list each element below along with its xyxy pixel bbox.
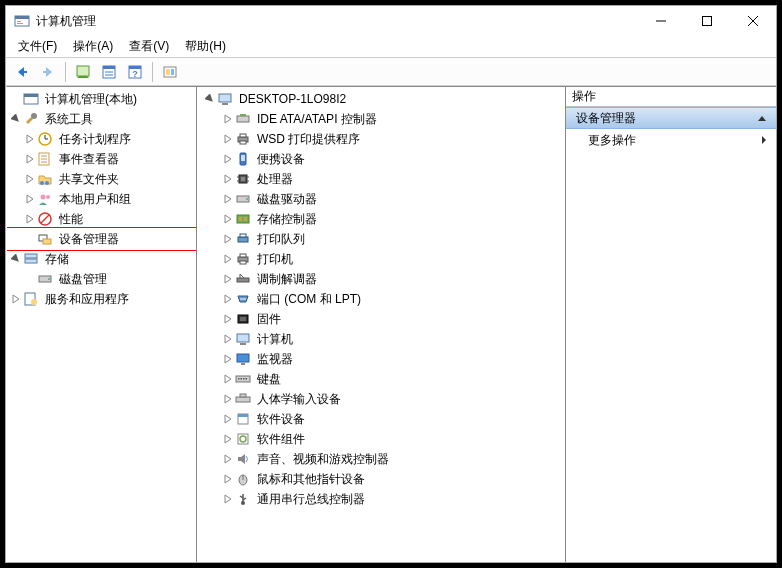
tree-node-shared-folders[interactable]: 共享文件夹 — [7, 169, 196, 189]
expand-toggle[interactable] — [23, 214, 37, 224]
svg-rect-66 — [240, 254, 246, 257]
expand-toggle[interactable] — [23, 134, 37, 144]
expand-toggle[interactable] — [221, 254, 235, 264]
device-category-wsd[interactable]: WSD 打印提供程序 — [197, 129, 565, 149]
tree-node-performance[interactable]: 性能 — [7, 209, 196, 229]
svg-point-29 — [40, 181, 44, 185]
disk-drive-icon — [235, 191, 251, 207]
expand-toggle[interactable] — [23, 174, 37, 184]
svg-point-21 — [31, 113, 37, 119]
expand-toggle[interactable] — [221, 134, 235, 144]
app-window: 计算机管理 文件(F) 操作(A) 查看(V) 帮助(H) ? — [5, 5, 777, 563]
tree-node-disk-management[interactable]: 磁盘管理 — [7, 269, 196, 289]
tree-node-event-viewer[interactable]: 事件查看器 — [7, 149, 196, 169]
expand-toggle[interactable] — [221, 314, 235, 324]
tree-node-system-tools[interactable]: 系统工具 — [7, 109, 196, 129]
tree-node-services[interactable]: 服务和应用程序 — [7, 289, 196, 309]
refresh-button[interactable] — [158, 60, 182, 84]
expand-toggle[interactable] — [221, 234, 235, 244]
expand-toggle[interactable] — [23, 154, 37, 164]
expand-toggle[interactable] — [221, 194, 235, 204]
expand-toggle[interactable] — [221, 274, 235, 284]
device-category-sound[interactable]: 声音、视频和游戏控制器 — [197, 449, 565, 469]
device-category-ide[interactable]: IDE ATA/ATAPI 控制器 — [197, 109, 565, 129]
device-category-print-queues[interactable]: 打印队列 — [197, 229, 565, 249]
back-button[interactable] — [10, 60, 34, 84]
tree-node-root[interactable]: 计算机管理(本地) — [7, 89, 196, 109]
expand-toggle[interactable] — [221, 434, 235, 444]
device-category-firmware[interactable]: 固件 — [197, 309, 565, 329]
firmware-icon — [235, 311, 251, 327]
device-category-cpu[interactable]: 处理器 — [197, 169, 565, 189]
computer-icon — [235, 331, 251, 347]
device-category-monitors[interactable]: 监视器 — [197, 349, 565, 369]
expand-toggle[interactable] — [221, 294, 235, 304]
services-icon — [23, 291, 39, 307]
maximize-button[interactable] — [684, 6, 730, 36]
expand-toggle[interactable] — [221, 354, 235, 364]
expand-toggle[interactable] — [221, 374, 235, 384]
device-category-disk-drives[interactable]: 磁盘驱动器 — [197, 189, 565, 209]
expand-toggle[interactable] — [203, 94, 217, 104]
device-category-portable[interactable]: 便携设备 — [197, 149, 565, 169]
tree-node-storage[interactable]: 存储 — [7, 249, 196, 269]
minimize-button[interactable] — [638, 6, 684, 36]
action-more[interactable]: 更多操作 — [566, 129, 776, 151]
expand-toggle[interactable] — [221, 474, 235, 484]
expand-toggle[interactable] — [221, 174, 235, 184]
result-pane[interactable]: DESKTOP-1LO98I2 IDE ATA/ATAPI 控制器 WSD 打印… — [197, 87, 566, 562]
svg-rect-82 — [246, 378, 248, 380]
tree-label: 固件 — [254, 310, 284, 329]
svg-rect-76 — [237, 354, 249, 362]
device-root[interactable]: DESKTOP-1LO98I2 — [197, 89, 565, 109]
tree-node-task-scheduler[interactable]: 任务计划程序 — [7, 129, 196, 149]
menu-help[interactable]: 帮助(H) — [177, 36, 234, 57]
expand-toggle[interactable] — [221, 154, 235, 164]
hid-icon — [235, 391, 251, 407]
svg-rect-8 — [77, 66, 89, 76]
menu-action[interactable]: 操作(A) — [65, 36, 121, 57]
ide-controller-icon — [235, 111, 251, 127]
close-button[interactable] — [730, 6, 776, 36]
tree-node-local-users[interactable]: 本地用户和组 — [7, 189, 196, 209]
expand-toggle[interactable] — [221, 454, 235, 464]
tree-label: 处理器 — [254, 170, 296, 189]
expand-toggle[interactable] — [9, 294, 23, 304]
expand-toggle[interactable] — [221, 414, 235, 424]
menu-file[interactable]: 文件(F) — [10, 36, 65, 57]
expand-toggle[interactable] — [221, 214, 235, 224]
scope-pane[interactable]: 计算机管理(本地) 系统工具 任务计划程序 — [7, 87, 197, 562]
expand-toggle[interactable] — [221, 114, 235, 124]
expand-toggle[interactable] — [221, 334, 235, 344]
expand-toggle[interactable] — [23, 194, 37, 204]
computer-icon — [217, 91, 233, 107]
device-category-storage-controllers[interactable]: 存储控制器 — [197, 209, 565, 229]
device-category-software-devices[interactable]: 软件设备 — [197, 409, 565, 429]
expand-toggle[interactable] — [221, 394, 235, 404]
expand-toggle[interactable] — [9, 114, 23, 124]
svg-rect-86 — [238, 414, 248, 417]
help-button[interactable]: ? — [123, 60, 147, 84]
device-category-software-components[interactable]: 软件组件 — [197, 429, 565, 449]
expand-toggle[interactable] — [9, 254, 23, 264]
device-category-printers[interactable]: 打印机 — [197, 249, 565, 269]
device-category-hid[interactable]: 人体学输入设备 — [197, 389, 565, 409]
expand-toggle[interactable] — [221, 494, 235, 504]
device-category-usb[interactable]: 通用串行总线控制器 — [197, 489, 565, 509]
tree-node-device-manager[interactable]: 设备管理器 — [7, 229, 196, 249]
device-category-ports[interactable]: 端口 (COM 和 LPT) — [197, 289, 565, 309]
svg-rect-62 — [244, 217, 247, 221]
forward-button[interactable] — [36, 60, 60, 84]
actions-context[interactable]: 设备管理器 — [566, 107, 776, 129]
device-category-keyboards[interactable]: 键盘 — [197, 369, 565, 389]
svg-rect-53 — [241, 177, 245, 181]
menu-view[interactable]: 查看(V) — [121, 36, 177, 57]
device-category-mouse[interactable]: 鼠标和其他指针设备 — [197, 469, 565, 489]
svg-rect-18 — [171, 69, 174, 75]
show-hide-tree-button[interactable] — [71, 60, 95, 84]
svg-point-71 — [244, 298, 246, 300]
device-category-modems[interactable]: 调制解调器 — [197, 269, 565, 289]
tree-label: 系统工具 — [42, 110, 96, 129]
device-category-computer[interactable]: 计算机 — [197, 329, 565, 349]
properties-button[interactable] — [97, 60, 121, 84]
